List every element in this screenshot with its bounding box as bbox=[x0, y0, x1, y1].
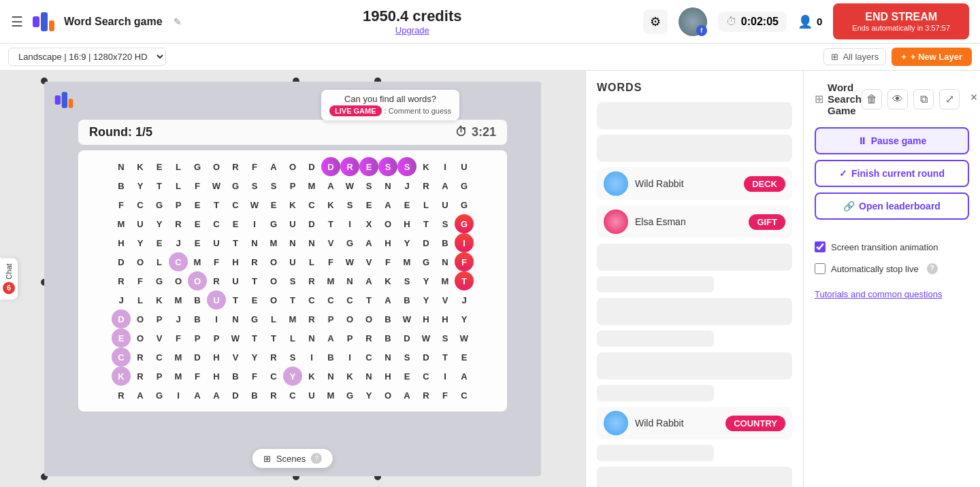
grid-row-12: RAGIAADBRCUMGYOARFC bbox=[85, 386, 500, 405]
logo-icon bbox=[31, 10, 56, 34]
cell: O bbox=[207, 157, 226, 176]
screen-transition-row: Screen transition animation bbox=[815, 239, 969, 255]
word-name-gift: Elsa Esman bbox=[635, 216, 742, 227]
live-game-badge: LIVE GAME bbox=[329, 105, 382, 116]
pause-game-button[interactable]: ⏸ Pause game bbox=[815, 127, 969, 154]
hint-banner: Can you find all words? LIVE GAME : Comm… bbox=[321, 90, 459, 120]
edit-icon[interactable]: ✎ bbox=[174, 16, 182, 27]
game-panel: Round: 1/5 ⏱ 3:21 N K E L G O bbox=[78, 120, 507, 412]
help-icon[interactable]: ? bbox=[927, 263, 938, 274]
cell: L bbox=[169, 157, 188, 176]
word-grid: N K E L G O R F A O D D R E S bbox=[78, 150, 507, 412]
pause-section: ➜ ⏸ Pause game bbox=[815, 127, 969, 154]
hide-icon-btn[interactable]: 👁 bbox=[887, 89, 908, 110]
finish-round-button[interactable]: ✓ Finish current round bbox=[815, 160, 969, 187]
word-name-country: Wild Rabbit bbox=[635, 418, 719, 429]
menu-icon[interactable]: ☰ bbox=[11, 14, 23, 30]
timer-value: 0:02:05 bbox=[741, 16, 779, 28]
all-layers-button[interactable]: ⊞ All layers bbox=[823, 48, 886, 65]
grid-row-0: N K E L G O R F A O D D R E S bbox=[85, 157, 500, 176]
grid-row-9: EOVFPPWTTLNAPRBDWSW bbox=[85, 329, 500, 348]
pause-icon: ⏸ bbox=[858, 135, 867, 146]
cell: E bbox=[150, 157, 169, 176]
svg-rect-3 bbox=[55, 95, 61, 104]
grid-row-7: JLKMBUTEOTCCCTABYVJ bbox=[85, 290, 500, 309]
avatar-elsa-gift bbox=[604, 209, 628, 234]
word-placeholder-7 bbox=[597, 352, 792, 380]
cell-dress-s2: S bbox=[397, 157, 416, 176]
credits-value: 1950.4 credits bbox=[363, 7, 462, 25]
grid-row-4: HYEJEUTNMNNVGAHYDBI bbox=[85, 233, 500, 252]
word-entry-gift: Elsa Esman GIFT bbox=[597, 205, 792, 238]
avatar-badge: f bbox=[696, 25, 707, 36]
word-badge-gift: GIFT bbox=[749, 214, 785, 230]
timer-section: ⏱ 0:02:05 bbox=[718, 12, 787, 32]
grid-row-8: DOPJBINGLMRPOOBWHHY bbox=[85, 309, 500, 329]
credits-section: 1950.4 credits Upgrade bbox=[190, 7, 635, 35]
expand-icon-btn[interactable]: ⤢ bbox=[939, 89, 960, 110]
grid-row-3: MUYRECEIGUDTIXOHTSG bbox=[85, 214, 500, 233]
auto-stop-checkbox[interactable] bbox=[815, 263, 826, 274]
words-panel: WORDS Wild Rabbit DECK Elsa Esman GIFT W… bbox=[585, 71, 803, 487]
grid-row-5: DOLCMFHROULFWVFMGNF bbox=[85, 252, 500, 271]
cell: U bbox=[455, 157, 474, 176]
word-badge-deck: DECK bbox=[744, 176, 785, 192]
cell-dress-e: E bbox=[359, 157, 378, 176]
topbar: ☰ Word Search game ✎ 1950.4 credits Upgr… bbox=[0, 0, 980, 44]
cell: I bbox=[436, 157, 455, 176]
word-placeholder-3 bbox=[597, 244, 792, 271]
game-header: Round: 1/5 ⏱ 3:21 bbox=[78, 120, 507, 145]
toolbar: Landscape | 16:9 | 1280x720 HD ⊞ All lay… bbox=[0, 44, 980, 71]
avatar-section: f bbox=[679, 7, 707, 36]
comment-text: : Comment to guess bbox=[385, 107, 451, 115]
canvas-logo bbox=[54, 90, 74, 113]
scenes-label: Scenes bbox=[276, 454, 306, 464]
word-name-deck: Wild Rabbit bbox=[635, 178, 737, 189]
chat-label: Chat bbox=[5, 263, 13, 279]
screen-transition-checkbox[interactable] bbox=[815, 241, 826, 252]
resolution-select[interactable]: Landscape | 16:9 | 1280x720 HD bbox=[8, 48, 166, 66]
right-panel: ⊞ Word Search Game 🗑 👁 ⧉ ⤢ × ➜ ⏸ Pause g… bbox=[803, 71, 980, 487]
close-panel-btn[interactable]: × bbox=[965, 89, 980, 107]
cell: N bbox=[112, 157, 131, 176]
new-layer-button[interactable]: + + New Layer bbox=[892, 48, 972, 66]
tutorials-link[interactable]: Tutorials and common questions bbox=[815, 289, 942, 299]
open-leaderboard-button[interactable]: 🔗 Open leaderboard bbox=[815, 192, 969, 220]
cell-dress-d: D bbox=[321, 157, 340, 176]
cell: O bbox=[283, 157, 302, 176]
check-icon: ✓ bbox=[839, 168, 847, 179]
cell: K bbox=[131, 157, 150, 176]
panel-header: ⊞ Word Search Game 🗑 👁 ⧉ ⤢ × bbox=[815, 82, 969, 116]
panel-icons: 🗑 👁 ⧉ ⤢ × bbox=[862, 89, 980, 110]
word-placeholder-1 bbox=[597, 102, 792, 129]
cell: D bbox=[302, 157, 321, 176]
avatar-wild-rabbit-country bbox=[604, 411, 628, 435]
svg-rect-4 bbox=[62, 92, 67, 107]
plus-icon: + bbox=[901, 52, 906, 62]
copy-icon-btn[interactable]: ⧉ bbox=[913, 89, 934, 110]
end-stream-button[interactable]: END STREAM Ends automatically in 3:57:57 bbox=[833, 3, 969, 39]
chat-tab[interactable]: Chat 6 bbox=[0, 258, 18, 299]
cell-dress-r: R bbox=[340, 157, 359, 176]
screen-transition-label: Screen transition animation bbox=[831, 242, 938, 252]
svg-rect-5 bbox=[69, 99, 74, 107]
users-section: 👤 0 bbox=[798, 14, 822, 29]
panel-icon: ⊞ bbox=[815, 93, 823, 105]
gear-icon[interactable]: ⚙ bbox=[643, 10, 668, 34]
help-scenes-icon: ? bbox=[311, 453, 322, 464]
svg-rect-1 bbox=[41, 12, 48, 31]
cell: F bbox=[245, 157, 264, 176]
chat-badge: 6 bbox=[3, 282, 15, 295]
delete-icon-btn[interactable]: 🗑 bbox=[862, 89, 882, 110]
word-placeholder-6 bbox=[597, 331, 714, 347]
grid-row-6: RFGOORUTOSRMNAKSYMT bbox=[85, 271, 500, 290]
scenes-toolbar[interactable]: ⊞ Scenes ? bbox=[252, 449, 333, 468]
cell: G bbox=[188, 157, 207, 176]
cell: K bbox=[416, 157, 436, 176]
upgrade-link[interactable]: Upgrade bbox=[395, 25, 429, 35]
auto-stop-label: Automatically stop live bbox=[831, 264, 919, 274]
app-title: Word Search game bbox=[64, 16, 163, 28]
clock-icon-game: ⏱ bbox=[455, 125, 468, 139]
cell: A bbox=[264, 157, 283, 176]
grid-row-10: CRCMDHVYRSIBICNSDTE bbox=[85, 348, 500, 367]
